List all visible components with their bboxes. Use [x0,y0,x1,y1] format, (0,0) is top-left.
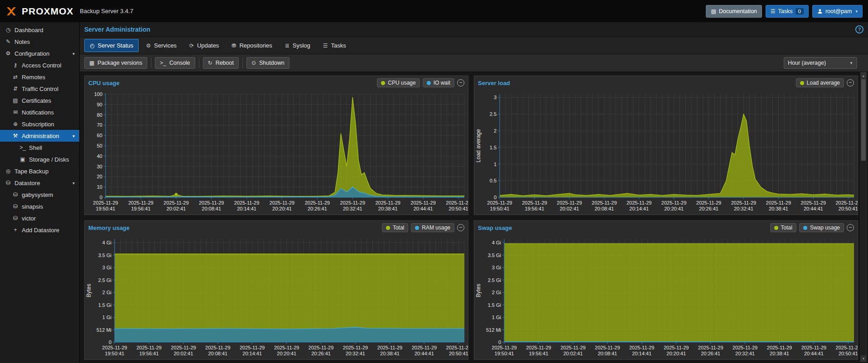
svg-text:20:14:41: 20:14:41 [242,351,262,356]
sidebar-item-label: Dashboard [14,27,43,33]
svg-text:2025-11-29: 2025-11-29 [664,345,689,350]
svg-text:2025-11-29: 2025-11-29 [522,200,547,205]
chart-body[interactable]: 0512 Mi1 Gi1.5 Gi2 Gi2.5 Gi3 Gi3.5 Gi4 G… [474,234,858,359]
shutdown-button[interactable]: ⊙Shutdown [246,57,289,69]
help-icon[interactable]: ? [855,25,863,33]
svg-text:2025-11-29: 2025-11-29 [171,345,196,350]
legend-item-cpu-usage[interactable]: CPU usage [377,78,420,87]
svg-text:1.5 Gi: 1.5 Gi [98,302,111,308]
tab-label: Syslog [293,42,310,49]
sidebar-item-remotes[interactable]: ⇄Remotes [0,71,79,83]
tab-server-status[interactable]: ◴Server Status [84,39,139,52]
svg-text:2025-11-29: 2025-11-29 [199,200,224,205]
chart-canvas[interactable]: 00.511.522.532025-11-2919:50:412025-11-2… [474,90,858,215]
svg-text:Load average: Load average [475,129,482,162]
svg-text:2025-11-29: 2025-11-29 [446,345,468,350]
scrollbar[interactable]: ▲ ▼ [860,72,867,362]
tasks-count-badge: 0 [796,8,804,14]
svg-text:0.5: 0.5 [490,178,497,183]
svg-text:20:38:41: 20:38:41 [378,206,398,211]
tab-repositories[interactable]: ⛃Repositories [226,39,277,52]
svg-text:2025-11-29: 2025-11-29 [102,345,127,350]
documentation-button[interactable]: ▤ Documentation [706,5,762,18]
sidebar-item-administration[interactable]: ⚒Administration▾ [0,130,79,142]
sidebar-item-subscription[interactable]: ⊕Subscription [0,118,79,130]
sidebar-item-certificates[interactable]: ▤Certificates [0,95,79,106]
chart-canvas[interactable]: 0512 Mi1 Gi1.5 Gi2 Gi2.5 Gi3 Gi3.5 Gi4 G… [85,234,468,359]
svg-text:2025-11-29: 2025-11-29 [340,200,365,205]
console-button[interactable]: >_Console [155,57,195,69]
svg-text:20:08:41: 20:08:41 [208,351,227,356]
tab-services[interactable]: ⚙Services [140,39,182,52]
legend-item-load-average[interactable]: Load average [796,78,844,87]
svg-text:20:50:41: 20:50:41 [449,351,468,356]
chart-canvas[interactable]: 0512 Mi1 Gi1.5 Gi2 Gi2.5 Gi3 Gi3.5 Gi4 G… [474,234,858,359]
legend-item-swap-usage[interactable]: Swap usage [799,223,844,232]
sidebar-item-sinapsis[interactable]: ⛁sinapsis [0,201,79,212]
sidebar-item-dashboard[interactable]: ◷Dashboard [0,24,79,36]
sidebar-item-access-control[interactable]: ⚷Access Control [0,59,79,71]
package-versions-button[interactable]: ▦Package versions [84,57,147,69]
svg-text:0: 0 [109,339,111,345]
sidebar-item-shell[interactable]: >_Shell [0,142,79,153]
legend-color-dot [381,81,385,85]
sidebar-item-tape-backup[interactable]: ◎Tape Backup [0,165,79,177]
legend-item-io-wait[interactable]: IO wait [423,78,454,87]
sidebar-item-notes[interactable]: ✎Notes [0,36,79,48]
page-header: Server Administration ? [80,22,868,37]
sidebar-item-datastore[interactable]: ⛁Datastore▾ [0,177,79,189]
tab-updates[interactable]: ⟳Updates [184,39,224,52]
svg-text:2: 2 [494,128,497,134]
sidebar-item-gabysystem[interactable]: ⛁gabysystem [0,189,79,201]
legend-item-ram-usage[interactable]: RAM usage [411,223,454,232]
chart-body[interactable]: 0512 Mi1 Gi1.5 Gi2 Gi2.5 Gi3 Gi3.5 Gi4 G… [85,234,468,359]
scrollbar-thumb[interactable] [861,79,866,161]
sidebar-item-add-datastore[interactable]: +Add Datastore [0,224,79,236]
legend-item-total[interactable]: Total [382,223,408,232]
scroll-up-button[interactable]: ▲ [861,72,866,79]
legend-item-total[interactable]: Total [770,223,796,232]
reboot-button[interactable]: ↻Reboot [203,57,239,69]
svg-text:20:08:41: 20:08:41 [594,206,614,211]
page-title: Server Administration [84,26,150,33]
brand-text: PROXMOX [22,6,73,17]
chart-legend: Load average [796,78,844,87]
tasks-label: Tasks [778,8,793,14]
sidebar-item-label: Certificates [22,97,51,104]
sidebar-item-notifications[interactable]: ✉Notifications [0,106,79,118]
datastore-icon: ⛁ [4,180,13,186]
collapse-chart-icon[interactable]: − [847,224,854,231]
tab-syslog[interactable]: ≣Syslog [280,39,316,52]
time-range-select[interactable]: Hour (average)▼ [784,57,857,69]
collapse-chart-icon[interactable]: − [847,79,854,86]
svg-text:512 Mi: 512 Mi [96,327,111,333]
sidebar-item-victor[interactable]: ⛁victor [0,212,79,224]
svg-text:2025-11-29: 2025-11-29 [557,200,582,205]
collapse-chart-icon[interactable]: − [457,224,464,231]
chart-body[interactable]: 01020304050607080901002025-11-2919:50:41… [85,90,468,215]
tasks-button[interactable]: ☰ Tasks 0 [766,5,809,18]
svg-text:20:44:41: 20:44:41 [804,351,824,356]
tab-tasks[interactable]: ☰Tasks [318,39,352,52]
collapse-chart-icon[interactable]: − [457,79,464,86]
console-icon: >_ [160,60,166,66]
sidebar-item-configuration[interactable]: ⚙Configuration▾ [0,48,79,59]
panel-header: CPU usageCPU usageIO wait− [85,76,468,90]
sidebar-item-storage-disks[interactable]: ▣Storage / Disks [0,153,79,165]
svg-text:20:08:41: 20:08:41 [202,206,221,211]
chart-canvas[interactable]: 01020304050607080901002025-11-2919:50:41… [85,90,468,215]
chart-body[interactable]: 00.511.522.532025-11-2919:50:412025-11-2… [474,90,858,215]
legend-label: Total [393,224,404,231]
svg-text:Bytes: Bytes [86,284,92,297]
app: PROXMOX Backup Server 3.4.7 ▤ Documentat… [0,0,868,363]
syslog-icon: ≣ [285,43,289,49]
scroll-down-button[interactable]: ▼ [861,355,866,362]
svg-text:2025-11-29: 2025-11-29 [234,200,259,205]
svg-text:0: 0 [498,339,501,345]
sidebar-item-label: Shell [29,144,42,151]
panel-swap-usage: Swap usageTotalSwap usage−0512 Mi1 Gi1.5… [474,220,858,360]
sidebar-item-traffic-control[interactable]: ⇵Traffic Control [0,83,79,95]
user-menu-button[interactable]: root@pam ▾ [812,5,863,18]
svg-text:20:26:41: 20:26:41 [311,351,331,356]
package-versions-icon: ▦ [89,60,94,66]
